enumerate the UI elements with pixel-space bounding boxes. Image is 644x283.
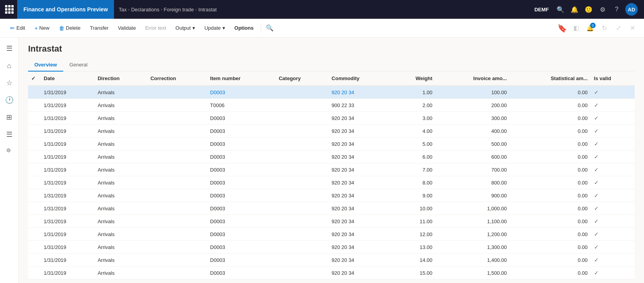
validate-button[interactable]: Validate xyxy=(114,23,140,33)
settings-icon[interactable]: ⚙ xyxy=(597,4,608,15)
new-button[interactable]: + New xyxy=(30,23,53,34)
options-button[interactable]: Options xyxy=(231,23,258,33)
edit-button[interactable]: ✏ Edit xyxy=(6,23,29,34)
breadcrumb: Tax › Declarations › Foreign trade › Int… xyxy=(114,7,221,13)
bookmark-icon[interactable]: 🔖 xyxy=(557,23,568,34)
row-commodity[interactable]: 920 20 34 xyxy=(329,176,393,189)
row-commodity[interactable]: 920 20 34 xyxy=(329,215,393,228)
row-invoice-amt: 200.00 xyxy=(436,99,510,112)
row-item-number[interactable]: D0003 xyxy=(207,189,276,202)
row-item-number[interactable]: D0003 xyxy=(207,138,276,150)
row-item-number[interactable]: D0003 xyxy=(207,254,276,267)
table-row[interactable]: 1/31/2019 Arrivals D0003 920 20 34 8.00 … xyxy=(28,176,635,189)
row-date: 1/31/2019 xyxy=(41,176,94,189)
table-row[interactable]: 1/31/2019 Arrivals D0003 920 20 34 13.00… xyxy=(28,241,635,254)
is-valid-check: ✓ xyxy=(594,115,599,121)
row-item-number[interactable]: D0003 xyxy=(207,215,276,228)
row-commodity[interactable]: 920 20 34 xyxy=(329,86,393,99)
table-row[interactable]: 1/31/2019 Arrivals D0003 920 20 34 14.00… xyxy=(28,254,635,267)
panel-icon[interactable]: ◧ xyxy=(571,23,582,34)
delete-button[interactable]: 🗑 Delete xyxy=(55,23,85,34)
table-row[interactable]: 1/31/2019 Arrivals D0003 920 20 34 4.00 … xyxy=(28,125,635,138)
refresh-icon[interactable]: ↻ xyxy=(599,23,610,34)
row-item-number[interactable]: D0003 xyxy=(207,163,276,176)
sidebar-list-icon[interactable]: ☰ xyxy=(2,127,17,142)
table-row[interactable]: 1/31/2019 Arrivals D0003 920 20 34 12.00… xyxy=(28,228,635,241)
row-commodity[interactable]: 900 22 33 xyxy=(329,99,393,112)
row-commodity[interactable]: 920 20 34 xyxy=(329,125,393,138)
sidebar-home-icon[interactable]: ⌂ xyxy=(2,58,17,73)
env-badge: DEMF xyxy=(531,7,552,13)
row-item-number[interactable]: D0003 xyxy=(207,86,276,99)
row-commodity[interactable]: 920 20 34 xyxy=(329,228,393,241)
table-row[interactable]: 1/31/2019 Arrivals D0003 920 20 34 3.00 … xyxy=(28,112,635,125)
row-direction: Arrivals xyxy=(94,163,147,176)
help-icon[interactable]: ? xyxy=(611,4,622,15)
avatar[interactable]: AD xyxy=(625,3,638,16)
col-header-statistical-amt: Statistical am... xyxy=(510,72,591,86)
is-valid-check: ✓ xyxy=(594,141,599,147)
smiley-icon[interactable]: 🙂 xyxy=(583,4,594,15)
sidebar-favorites-icon[interactable]: ☆ xyxy=(2,75,17,91)
sidebar-workspaces-icon[interactable]: ⊞ xyxy=(2,109,17,125)
table-row[interactable]: 1/31/2019 Arrivals D0003 920 20 34 1.00 … xyxy=(28,86,635,99)
is-valid-check: ✓ xyxy=(594,102,599,108)
row-date: 1/31/2019 xyxy=(41,254,94,267)
table-row[interactable]: 1/31/2019 Arrivals D0003 920 20 34 11.00… xyxy=(28,215,635,228)
tab-overview[interactable]: Overview xyxy=(28,59,63,72)
toolbar-search-icon[interactable]: 🔍 xyxy=(264,23,275,34)
row-item-number[interactable]: D0003 xyxy=(207,202,276,215)
row-commodity[interactable]: 920 20 34 xyxy=(329,138,393,150)
row-commodity[interactable]: 920 20 34 xyxy=(329,163,393,176)
is-valid-check: ✓ xyxy=(594,205,599,211)
waffle-menu-icon[interactable] xyxy=(3,3,16,16)
output-button[interactable]: Output ▾ xyxy=(172,23,199,33)
row-check xyxy=(28,202,41,215)
table-row[interactable]: 1/31/2019 Arrivals D0003 920 20 34 5.00 … xyxy=(28,138,635,150)
search-icon[interactable]: 🔍 xyxy=(555,4,566,15)
notification-icon[interactable]: 🔔 xyxy=(569,4,580,15)
row-commodity[interactable]: 920 20 34 xyxy=(329,112,393,125)
breadcrumb-intrastat[interactable]: Intrastat xyxy=(198,7,217,13)
table-row[interactable]: 1/31/2019 Arrivals D0003 920 20 34 9.00 … xyxy=(28,189,635,202)
row-commodity[interactable]: 920 20 34 xyxy=(329,150,393,163)
row-commodity[interactable]: 920 20 34 xyxy=(329,254,393,267)
row-item-number[interactable]: D0003 xyxy=(207,125,276,138)
row-date: 1/31/2019 xyxy=(41,228,94,241)
row-check xyxy=(28,138,41,150)
table-row[interactable]: 1/31/2019 Arrivals D0003 920 20 34 7.00 … xyxy=(28,163,635,176)
row-item-number[interactable]: D0003 xyxy=(207,150,276,163)
row-item-number[interactable]: T0006 xyxy=(207,99,276,112)
error-text-button[interactable]: Error text xyxy=(141,23,170,33)
open-new-window-icon[interactable]: ⤢ xyxy=(613,23,624,34)
breadcrumb-tax[interactable]: Tax xyxy=(119,7,126,13)
sidebar-hamburger-icon[interactable]: ☰ xyxy=(2,41,17,56)
table-row[interactable]: 1/31/2019 Arrivals D0003 920 20 34 6.00 … xyxy=(28,150,635,163)
row-item-number[interactable]: D0003 xyxy=(207,176,276,189)
update-button[interactable]: Update ▾ xyxy=(201,23,229,33)
filter-icon[interactable]: ⊜ xyxy=(3,144,14,156)
row-weight: 7.00 xyxy=(392,163,436,176)
row-commodity[interactable]: 920 20 34 xyxy=(329,267,393,279)
breadcrumb-declarations[interactable]: Declarations xyxy=(131,7,159,13)
row-item-number[interactable]: D0003 xyxy=(207,241,276,254)
transfer-button[interactable]: Transfer xyxy=(86,23,112,33)
row-item-number[interactable]: D0003 xyxy=(207,267,276,279)
row-direction: Arrivals xyxy=(94,99,147,112)
left-sidebar: ☰ ⌂ ☆ 🕐 ⊞ ☰ ⊜ xyxy=(0,38,19,283)
row-check xyxy=(28,254,41,267)
row-item-number[interactable]: D0003 xyxy=(207,112,276,125)
breadcrumb-foreign-trade[interactable]: Foreign trade xyxy=(164,7,194,13)
row-commodity[interactable]: 920 20 34 xyxy=(329,189,393,202)
row-item-number[interactable]: D0003 xyxy=(207,228,276,241)
tab-general[interactable]: General xyxy=(63,59,94,72)
row-statistical-amt: 0.00 xyxy=(510,202,591,215)
table-row[interactable]: 1/31/2019 Arrivals T0006 900 22 33 2.00 … xyxy=(28,99,635,112)
table-row[interactable]: 1/31/2019 Arrivals D0003 920 20 34 10.00… xyxy=(28,202,635,215)
table-row[interactable]: 1/31/2019 Arrivals D0003 920 20 34 15.00… xyxy=(28,267,635,279)
row-commodity[interactable]: 920 20 34 xyxy=(329,241,393,254)
row-commodity[interactable]: 920 20 34 xyxy=(329,202,393,215)
row-category xyxy=(276,228,328,241)
close-icon[interactable]: ✕ xyxy=(627,23,638,34)
sidebar-recent-icon[interactable]: 🕐 xyxy=(2,92,17,108)
